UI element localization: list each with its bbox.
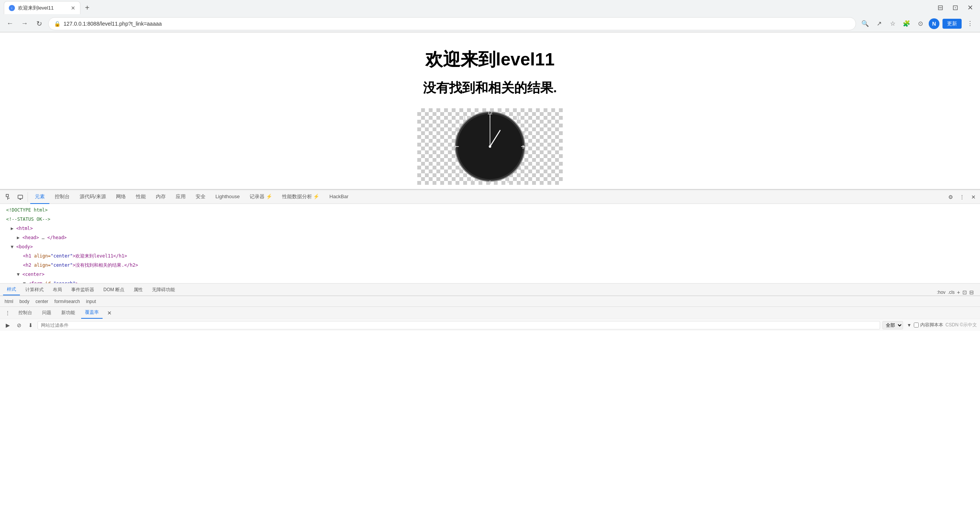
hover-toggle[interactable]: :hov: [937, 290, 946, 295]
restore-button[interactable]: ⊡: [949, 2, 961, 13]
svg-rect-23: [6, 194, 8, 197]
svg-text:i: i: [11, 7, 12, 10]
filter-stop-button[interactable]: ⊘: [15, 321, 24, 330]
html-line-status[interactable]: <!--STATUS OK-->: [0, 215, 980, 224]
html-line-form[interactable]: ▼ <form id="search">: [0, 279, 980, 283]
user-avatar[interactable]: N: [929, 18, 939, 29]
devtools-more-button[interactable]: ⋮: [957, 192, 967, 202]
profile-button[interactable]: ⊙: [915, 18, 926, 29]
h1-attr-value: "center": [51, 253, 73, 259]
bottom-tab-accessibility[interactable]: 无障碍功能: [148, 284, 179, 295]
window-controls: ⊟ ⊡ ✕: [934, 2, 976, 13]
h2-attr-name: align=: [34, 262, 51, 268]
menu-button[interactable]: ⋮: [965, 18, 975, 29]
devtools-tab-performance-insights[interactable]: 性能数据分析 ⚡: [278, 190, 324, 204]
devtools-tab-security[interactable]: 安全: [191, 190, 210, 204]
devtools-tabs: 元素 控制台 源代码/来源 网络 性能 内存 应用 安全 Lighthouse …: [0, 190, 980, 204]
devtools-tab-hackbar[interactable]: HackBar: [325, 190, 353, 204]
devtools-tab-memory[interactable]: 内存: [151, 190, 170, 204]
devtools-close-button[interactable]: ✕: [969, 192, 978, 202]
html-line-h1[interactable]: <h1 align="center">欢迎来到level11</h1>: [0, 251, 980, 261]
console-tab-console[interactable]: 控制台: [15, 307, 36, 319]
update-button[interactable]: 更新: [942, 19, 962, 29]
svg-text:6: 6: [489, 180, 492, 184]
breadcrumb-center[interactable]: center: [34, 298, 50, 305]
html-line-h2[interactable]: <h2 align="center">没有找到和相关的结果.</h2>: [0, 261, 980, 270]
devtools-settings-button[interactable]: ⚙: [946, 192, 956, 202]
svg-text:4: 4: [519, 167, 522, 171]
layout-icon[interactable]: ⊡: [962, 289, 967, 295]
minimize-button[interactable]: ⊟: [934, 2, 946, 13]
add-style-button[interactable]: +: [957, 289, 960, 295]
svg-text:11: 11: [461, 116, 466, 120]
device-toolbar-button[interactable]: [15, 192, 25, 202]
csdn-copyright: CSDN ©示中文: [946, 322, 977, 328]
status-comment: <!--STATUS OK-->: [6, 217, 51, 222]
breadcrumb-body[interactable]: body: [18, 298, 31, 305]
tab-favicon: i: [9, 5, 15, 11]
tab-title: 欢迎来到level11: [18, 5, 54, 11]
devtools-tab-console[interactable]: 控制台: [50, 190, 74, 204]
bottom-tab-computed[interactable]: 计算样式: [21, 284, 47, 295]
breadcrumb-input[interactable]: input: [85, 298, 98, 305]
devtools-tab-elements[interactable]: 元素: [30, 190, 49, 204]
console-drawer-menu[interactable]: ⋮: [3, 308, 12, 318]
breadcrumb-form[interactable]: form#search: [53, 298, 82, 305]
extension-button[interactable]: 🧩: [901, 18, 912, 29]
expand-arrow-body: ▼: [11, 244, 13, 249]
refresh-button[interactable]: ↻: [34, 18, 44, 29]
bottom-tab-dom-breakpoints[interactable]: DOM 断点: [100, 284, 128, 295]
devtools-tab-performance[interactable]: 性能: [131, 190, 150, 204]
head-tag: <head>: [22, 235, 39, 240]
inspect-element-button[interactable]: [4, 192, 14, 202]
devtools-tab-recorder[interactable]: 记录器 ⚡: [245, 190, 277, 204]
page-subtitle: 没有找到和相关的结果.: [423, 79, 557, 97]
devtools-tab-lighthouse[interactable]: Lighthouse: [211, 190, 245, 204]
svg-text:3: 3: [522, 145, 525, 149]
h1-tag: <h1: [23, 253, 34, 259]
forward-page-button[interactable]: ↗: [874, 18, 884, 29]
url-bar[interactable]: 🔒 127.0.0.1:8088/level11.php?t_link=aaaa…: [48, 17, 856, 30]
breadcrumb-bar: html body center form#search input: [0, 296, 980, 306]
filter-bar: ▶ ⊘ ⬇ 全部 ▼ 内容脚本本 CSDN ©示中文: [0, 319, 980, 331]
split-icon[interactable]: ⊟: [969, 289, 974, 295]
html-line-body[interactable]: ▼ <body>: [0, 242, 980, 251]
back-button[interactable]: ←: [5, 18, 15, 29]
bottom-tab-layout[interactable]: 布局: [49, 284, 66, 295]
bottom-tab-event-listeners[interactable]: 事件监听器: [67, 284, 98, 295]
new-tab-button[interactable]: +: [82, 2, 93, 14]
filter-start-button[interactable]: ▶: [3, 321, 12, 330]
html-line-head[interactable]: ▶ <head> … </head>: [0, 233, 980, 242]
filter-input[interactable]: [38, 321, 880, 329]
html-line-doctype[interactable]: <!DOCTYPE html>: [0, 205, 980, 215]
svg-text:9: 9: [454, 145, 456, 149]
tab-close-button[interactable]: ✕: [71, 5, 75, 11]
console-tab-issues[interactable]: 问题: [38, 307, 55, 319]
content-script-checkbox[interactable]: [914, 323, 919, 328]
coverage-close-button[interactable]: ✕: [105, 308, 114, 318]
bookmark-button[interactable]: ☆: [887, 18, 898, 29]
forward-button[interactable]: →: [19, 18, 30, 29]
filter-download-button[interactable]: ⬇: [26, 321, 35, 330]
close-window-button[interactable]: ✕: [964, 2, 976, 13]
html-line-html[interactable]: ▶ <html>: [0, 224, 980, 233]
bottom-tab-styles[interactable]: 样式: [3, 284, 20, 295]
devtools-tab-sources[interactable]: 源代码/来源: [75, 190, 111, 204]
console-tab-new-features[interactable]: 新功能: [57, 307, 79, 319]
console-tab-coverage[interactable]: 覆盖率: [81, 307, 103, 319]
devtools-tab-network[interactable]: 网络: [111, 190, 131, 204]
devtools-right-actions: ⚙ ⋮ ✕: [946, 192, 978, 202]
devtools-icon-buttons: [2, 192, 28, 202]
class-toggle[interactable]: .cls: [948, 290, 955, 295]
content-script-checkbox-label[interactable]: 内容脚本本: [914, 322, 943, 328]
svg-rect-27: [20, 199, 21, 200]
svg-text:7: 7: [470, 179, 473, 184]
bottom-tab-properties[interactable]: 属性: [130, 284, 147, 295]
filter-type-select[interactable]: 全部: [882, 321, 903, 329]
html-line-center[interactable]: ▼ <center>: [0, 270, 980, 279]
svg-rect-26: [18, 195, 23, 199]
browser-tab[interactable]: i 欢迎来到level11 ✕: [4, 1, 80, 14]
breadcrumb-html[interactable]: html: [3, 298, 15, 305]
devtools-tab-application[interactable]: 应用: [171, 190, 190, 204]
search-icon-button[interactable]: 🔍: [860, 18, 871, 29]
